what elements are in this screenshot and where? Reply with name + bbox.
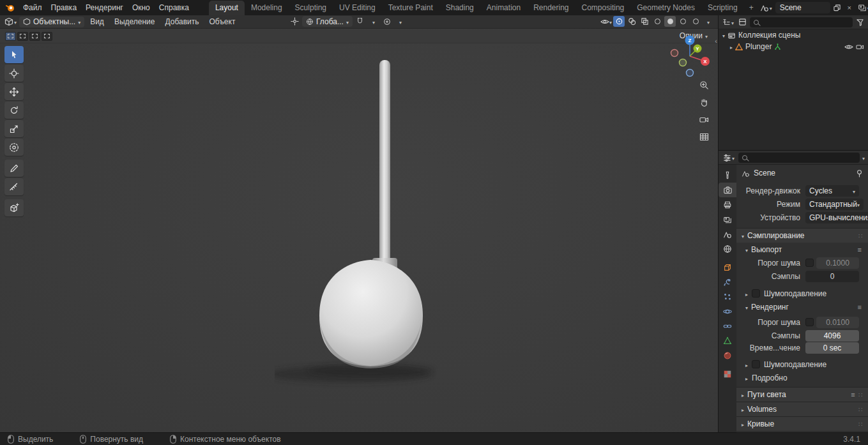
gizmo-neg-x-axis[interactable] (671, 50, 678, 57)
viewport-menu-add[interactable]: Добавить (160, 16, 203, 27)
tab-world[interactable] (719, 241, 736, 256)
select-mode-subtract-button[interactable] (29, 32, 40, 41)
show-gizmo-toggle[interactable] (613, 16, 625, 27)
viewport-samples-field[interactable]: 0 (805, 271, 859, 282)
outliner-editor-type-button[interactable] (721, 17, 735, 28)
tab-physics[interactable] (719, 304, 736, 319)
viewport-denoise-checkbox[interactable] (752, 289, 760, 298)
sidebar-toggle[interactable]: ‹ (715, 37, 717, 45)
section-light-paths[interactable]: Пути света (736, 387, 868, 402)
drag-handle-icon[interactable] (858, 419, 863, 428)
navigation-gizmo[interactable]: Z X Y (666, 34, 714, 80)
render-denoise-checkbox[interactable] (752, 360, 760, 368)
zoom-button[interactable] (698, 79, 710, 91)
xray-toggle[interactable] (639, 16, 650, 27)
expand-icon[interactable] (730, 42, 733, 51)
pin-icon[interactable] (856, 169, 863, 177)
feature-set-dropdown[interactable]: Стандартный (805, 199, 864, 210)
tab-layout[interactable]: Layout (209, 1, 245, 15)
menu-render[interactable]: Рендеринг (81, 2, 128, 13)
snap-settings-button[interactable] (368, 16, 379, 27)
menu-edit[interactable]: Правка (47, 2, 82, 13)
viewport-menu-object[interactable]: Объект (205, 16, 240, 27)
shading-wireframe-button[interactable] (651, 16, 663, 27)
plunger-3d-object[interactable] (275, 54, 466, 411)
cursor-tool[interactable] (4, 64, 24, 82)
orthographic-grid-button[interactable] (698, 131, 710, 142)
tab-particles[interactable] (719, 289, 736, 304)
tab-render[interactable] (719, 183, 736, 197)
viewport-denoise-row[interactable]: Шумоподавление (736, 287, 868, 300)
select-mode-extend-button[interactable] (17, 32, 28, 41)
render-denoise-row[interactable]: Шумоподавление (736, 358, 868, 371)
tab-tool[interactable] (719, 168, 736, 183)
noise-threshold-checkbox[interactable] (805, 259, 814, 267)
presets-icon[interactable] (858, 245, 862, 254)
section-sampling[interactable]: Сэмплирование (736, 228, 868, 243)
move-tool[interactable] (4, 83, 24, 100)
select-mode-invert-button[interactable] (42, 32, 52, 41)
viewport-menu-select[interactable]: Выделение (110, 16, 160, 27)
device-dropdown[interactable]: GPU-вычисления (805, 212, 868, 223)
show-overlays-toggle[interactable] (626, 16, 637, 27)
subsection-render[interactable]: Рендеринг (736, 300, 868, 313)
tab-compositing[interactable]: Compositing (575, 1, 631, 15)
proportional-editing-button[interactable] (381, 16, 393, 27)
select-box-tool[interactable] (4, 46, 24, 63)
properties-editor-type-button[interactable] (722, 152, 736, 163)
drag-handle-icon[interactable] (858, 390, 863, 399)
viewlayer-browse-button[interactable] (857, 2, 868, 13)
measure-tool[interactable] (4, 178, 24, 195)
tab-modifiers[interactable] (719, 275, 736, 289)
blender-logo-icon[interactable] (5, 3, 15, 13)
render-noise-threshold-field[interactable]: 0.0100 (816, 317, 859, 328)
mode-dropdown[interactable]: Объектны... (19, 17, 84, 27)
scene-name-field[interactable]: Scene (775, 2, 830, 13)
tab-sculpting[interactable]: Sculpting (289, 1, 333, 15)
outliner-row-plunger[interactable]: Plunger (719, 41, 868, 52)
rotate-tool[interactable] (4, 102, 24, 119)
menu-help[interactable]: Справка (155, 2, 194, 13)
transform-tool[interactable] (4, 139, 24, 156)
snap-toggle-button[interactable] (354, 16, 366, 27)
scale-tool[interactable] (4, 120, 24, 137)
scene-unlink-button[interactable] (844, 3, 855, 13)
tab-scripting[interactable]: Scripting (701, 1, 744, 15)
shading-solid-button[interactable] (664, 16, 676, 27)
hide-in-viewport-eye-icon[interactable] (844, 43, 853, 50)
menu-file[interactable]: Файл (19, 2, 47, 13)
tab-rendering[interactable]: Rendering (527, 1, 575, 15)
scene-browse-button[interactable] (759, 2, 773, 13)
transform-orientation-dropdown[interactable]: Глоба... (302, 16, 353, 27)
presets-icon[interactable] (851, 390, 855, 399)
viewport-menu-view[interactable]: Вид (86, 16, 109, 27)
tab-material[interactable] (719, 348, 736, 363)
camera-view-button[interactable] (698, 114, 710, 125)
outliner-search-input[interactable] (750, 17, 853, 27)
disable-in-render-camera-icon[interactable] (856, 43, 864, 50)
tab-animation[interactable]: Animation (480, 1, 527, 15)
drag-handle-icon[interactable] (858, 405, 863, 414)
select-mode-new-button[interactable] (5, 32, 16, 41)
menu-window[interactable]: Окно (128, 2, 155, 13)
outliner-filter-button[interactable] (855, 17, 865, 28)
add-workspace-button[interactable]: + (744, 1, 759, 15)
proportional-falloff-button[interactable] (395, 16, 406, 27)
properties-search-input[interactable] (738, 153, 860, 163)
render-noise-threshold-checkbox[interactable] (805, 318, 814, 326)
shading-material-button[interactable] (677, 16, 689, 27)
tab-texture[interactable] (719, 366, 736, 381)
advanced-row[interactable]: Подробно (736, 371, 868, 384)
gizmo-neg-y-axis[interactable] (680, 59, 687, 66)
editor-type-button[interactable] (3, 16, 18, 27)
render-engine-dropdown[interactable]: Cycles (805, 185, 859, 197)
properties-options-button[interactable] (862, 153, 865, 162)
outliner-row-collection[interactable]: Коллекция сцены (719, 29, 868, 41)
tab-object-data[interactable] (719, 333, 736, 348)
section-volumes[interactable]: Volumes (736, 402, 868, 416)
annotate-tool[interactable] (4, 160, 24, 177)
outliner-display-mode-button[interactable] (737, 17, 748, 28)
shading-rendered-button[interactable] (690, 16, 701, 27)
drag-handle-icon[interactable] (858, 231, 863, 240)
scene-new-button[interactable] (832, 3, 842, 13)
